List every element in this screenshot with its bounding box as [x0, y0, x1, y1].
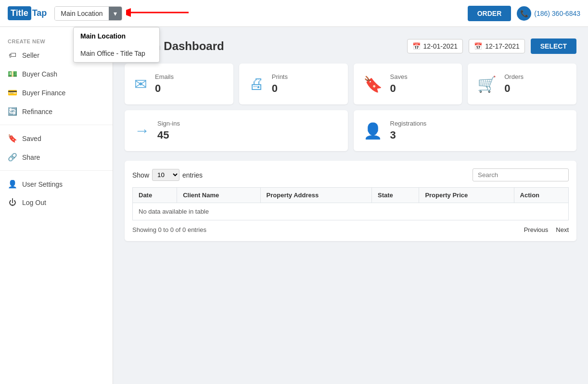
- col-property-price: Property Price: [419, 188, 514, 203]
- stat-registrations-info: Registrations 3: [390, 120, 427, 141]
- show-label: Show: [132, 171, 149, 179]
- emails-label: Emails: [155, 73, 174, 80]
- sidebar-divider-2: [0, 170, 113, 171]
- dashboard-title: Admin Dashboard: [125, 39, 401, 53]
- sidebar-item-share[interactable]: 🔗 Share: [0, 148, 113, 166]
- sidebar-label-share: Share: [22, 154, 40, 161]
- sidebar-item-buyer-cash[interactable]: 💵 Buyer Cash: [0, 64, 113, 83]
- signins-icon: →: [134, 122, 150, 140]
- dashboard-header: Admin Dashboard 📅 12-01-2021 📅 12-17-202…: [125, 38, 576, 54]
- prev-button[interactable]: Previous: [524, 226, 549, 233]
- select-button[interactable]: SELECT: [531, 38, 576, 54]
- next-button[interactable]: Next: [556, 226, 569, 233]
- registrations-label: Registrations: [390, 120, 427, 127]
- data-table: Date Client Name Property Address State …: [132, 187, 569, 220]
- location-selector[interactable]: Main Location ▾: [54, 6, 122, 21]
- date-to-input[interactable]: 📅 12-17-2021: [469, 39, 525, 53]
- buyer-finance-icon: 💳: [8, 88, 17, 97]
- table-row-no-data: No data available in table: [133, 203, 569, 220]
- buyer-cash-icon: 💵: [8, 69, 17, 78]
- calendar-to-icon: 📅: [474, 42, 482, 50]
- share-icon: 🔗: [8, 153, 17, 162]
- orders-label: Orders: [504, 73, 524, 80]
- stat-saves: 🔖 Saves 0: [354, 64, 462, 104]
- location-dropdown-btn[interactable]: ▾: [109, 7, 122, 20]
- table-controls: Show 10 25 50 100 entries: [132, 168, 569, 181]
- pagination: Previous Next: [524, 226, 569, 233]
- logo-tap: Tap: [32, 8, 47, 18]
- arrow-annotation: [126, 3, 193, 24]
- order-button[interactable]: ORDER: [468, 6, 511, 21]
- sidebar-item-saved[interactable]: 🔖 Saved: [0, 129, 113, 148]
- registrations-icon: 👤: [363, 122, 383, 140]
- log-out-icon: ⏻: [8, 198, 17, 207]
- location-dropdown-menu: Main Location Main Office - Title Tap: [73, 27, 160, 63]
- no-data-cell: No data available in table: [133, 203, 569, 220]
- refinance-icon: 🔄: [8, 107, 17, 116]
- sidebar-label-saved: Saved: [22, 135, 41, 142]
- stat-orders: 🛒 Orders 0: [468, 64, 576, 104]
- stat-prints: 🖨 Prints 0: [239, 64, 348, 104]
- showing-text: Showing 0 to 0 of 0 entries: [132, 226, 206, 233]
- phone-icon: 📞: [517, 6, 531, 21]
- show-entries: Show 10 25 50 100 entries: [132, 169, 203, 181]
- calendar-from-icon: 📅: [412, 42, 421, 50]
- date-to-value: 12-17-2021: [485, 42, 520, 50]
- sidebar-item-buyer-finance[interactable]: 💳 Buyer Finance: [0, 83, 113, 102]
- date-from-value: 12-01-2021: [423, 42, 458, 50]
- sidebar: CREATE NEW 🏷 Seller 💵 Buyer Cash 💳 Buyer…: [0, 27, 113, 384]
- signins-label: Sign-ins: [157, 120, 180, 127]
- signins-value: 45: [157, 129, 180, 141]
- sidebar-label-buyer-cash: Buyer Cash: [22, 70, 57, 78]
- prints-icon: 🖨: [249, 75, 264, 93]
- prints-label: Prints: [272, 73, 288, 80]
- sidebar-item-log-out[interactable]: ⏻ Log Out: [0, 193, 113, 212]
- col-state: State: [372, 188, 419, 203]
- prints-value: 0: [272, 82, 288, 95]
- col-date: Date: [133, 188, 177, 203]
- sidebar-label-user-settings: User Settings: [22, 180, 63, 188]
- saves-icon: 🔖: [363, 75, 383, 93]
- table-section: Show 10 25 50 100 entries Date Client Na…: [125, 161, 576, 241]
- header: TitleTap Main Location ▾ ORDER 📞 (186) 3…: [0, 0, 588, 27]
- table-footer: Showing 0 to 0 of 0 entries Previous Nex…: [132, 226, 569, 233]
- sidebar-label-log-out: Log Out: [22, 199, 46, 206]
- date-from-input[interactable]: 📅 12-01-2021: [407, 39, 463, 53]
- stat-orders-info: Orders 0: [504, 73, 524, 95]
- main-content: Admin Dashboard 📅 12-01-2021 📅 12-17-202…: [113, 27, 588, 384]
- registrations-value: 3: [390, 129, 427, 141]
- stats-row-2: → Sign-ins 45 👤 Registrations 3: [125, 110, 576, 151]
- layout: CREATE NEW 🏷 Seller 💵 Buyer Cash 💳 Buyer…: [0, 27, 588, 384]
- entries-select[interactable]: 10 25 50 100: [152, 169, 179, 181]
- sidebar-label-refinance: Refinance: [22, 108, 52, 115]
- orders-value: 0: [504, 82, 524, 95]
- col-action: Action: [514, 188, 568, 203]
- emails-icon: ✉: [134, 75, 147, 93]
- red-arrow-svg: [126, 3, 193, 22]
- col-client-name: Client Name: [177, 188, 260, 203]
- saves-value: 0: [390, 82, 408, 95]
- seller-icon: 🏷: [8, 51, 17, 60]
- search-input[interactable]: [473, 168, 569, 181]
- stat-emails-info: Emails 0: [155, 73, 174, 95]
- saved-icon: 🔖: [8, 134, 17, 143]
- sidebar-item-user-settings[interactable]: 👤 User Settings: [0, 175, 113, 193]
- phone-number: (186) 360-6843: [534, 10, 580, 17]
- sidebar-item-refinance[interactable]: 🔄 Refinance: [0, 102, 113, 121]
- location-text: Main Location: [55, 7, 108, 20]
- stat-signins: → Sign-ins 45: [125, 110, 348, 151]
- entries-label: entries: [182, 171, 203, 179]
- logo-area: TitleTap: [8, 6, 47, 20]
- header-right: ORDER 📞 (186) 360-6843: [468, 6, 580, 21]
- stat-signins-info: Sign-ins 45: [157, 120, 180, 141]
- sidebar-label-buyer-finance: Buyer Finance: [22, 89, 65, 97]
- sidebar-divider-1: [0, 125, 113, 125]
- user-settings-icon: 👤: [8, 179, 17, 189]
- emails-value: 0: [155, 82, 174, 95]
- sidebar-label-seller: Seller: [22, 51, 39, 59]
- orders-icon: 🛒: [477, 75, 497, 93]
- stat-saves-info: Saves 0: [390, 73, 408, 95]
- dropdown-item-main-office[interactable]: Main Office - Title Tap: [74, 45, 159, 62]
- dropdown-item-main-location[interactable]: Main Location: [74, 27, 159, 45]
- phone-area: 📞 (186) 360-6843: [517, 6, 580, 21]
